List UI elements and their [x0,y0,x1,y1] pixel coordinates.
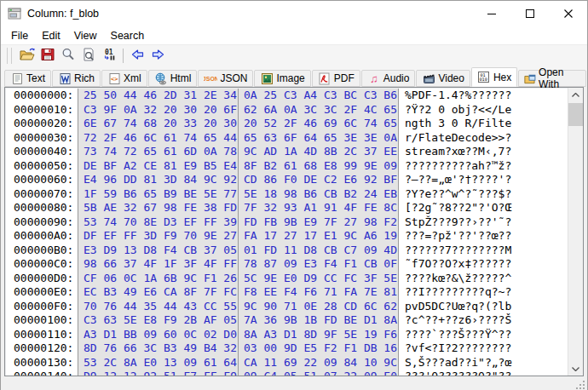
hex-row[interactable]: 00000000:25 50 44 46 2D 31 2E 340A 25 C3… [5,89,568,103]
tab-audio[interactable]: ♫Audio [361,70,416,87]
tab-xml[interactable]: <>Xml [101,70,147,87]
hex-bytes-cell: F8 EE F4 F6 71 FA 7E 81 [239,285,398,300]
tab-json[interactable]: JSONJSON [198,70,253,87]
hex-bytes-cell: 8F B2 61 68 E8 99 9E 09 [239,159,398,174]
toolbar-grip[interactable] [7,48,12,64]
close-button[interactable] [549,1,587,26]
forward-button[interactable] [147,47,168,66]
save-icon [41,48,55,65]
hex-bytes-cell: 98 66 37 4F 1F 3F 4F FF [78,257,238,272]
hex-row[interactable]: 000000C0:98 66 37 4F 1F 3F 4F FF78 87 09… [5,257,568,272]
hex-row[interactable]: 000000F0:70 76 44 35 44 43 CC 559C 90 71… [5,300,568,314]
hex-bytes-cell: 9C 90 71 0E 28 CD 6C 62 [239,300,398,314]
hex-bytes-cell: FD FB 9B E9 7F 27 98 F2 [239,215,398,230]
scrollbar-thumb[interactable] [568,103,583,126]
offset-cell: 00000100: [5,313,78,328]
menu-item-file[interactable]: File [4,28,35,43]
hex-bytes-cell: 09 C4 05 51 07 22 09 E0 [239,370,398,376]
hex-grid[interactable]: 00000000:25 50 44 46 2D 31 2E 340A 25 C3… [5,88,568,376]
hex-bytes-cell: 53 74 70 8E D3 EF FF 39 [78,215,238,230]
hex-bytes-cell: DE BF A2 CE 81 E9 B5 E4 [78,159,238,174]
offset-cell: 00000130: [5,356,78,370]
offset-cell: 00000030: [5,131,78,146]
menu-item-edit[interactable]: Edit [35,28,67,43]
open-button[interactable] [17,47,37,66]
back-button[interactable] [127,47,147,66]
find-in-document-button[interactable] [78,47,99,66]
hex-row[interactable]: 000000B0:E3 D9 13 D8 F4 CB 37 0501 FD 11… [5,244,568,258]
ascii-cell: [?2g˜?8??2"?'O?Œ [399,201,568,215]
hex-bytes-cell: 73 74 72 65 61 6D 0A 78 [78,145,238,159]
tab-text[interactable]: Text [4,70,51,87]
ascii-cell: %PDF-1.4?%?????? [399,89,568,103]
hex-bytes-cell: 72 2F 46 6C 61 74 65 44 [78,131,238,146]
hex-row[interactable]: 00000010:C3 9F 0A 32 20 30 20 6F62 6A 0A… [5,103,568,118]
offset-cell: 000000F0: [5,300,78,314]
save-button[interactable] [37,47,58,66]
tab-image[interactable]: Image [254,70,310,87]
hex-row[interactable]: 000000A0:DF EF FF 3D F9 70 9E 27FA 17 27… [5,229,568,244]
hex-bytes-cell: 78 87 09 E3 F4 F1 CB 0F [239,257,398,272]
tab-html[interactable]: Html [148,70,198,87]
offset-cell: 00000040: [5,145,78,159]
minimize-button[interactable] [472,1,510,26]
scroll-down-icon[interactable] [568,362,583,376]
search-button[interactable] [58,47,78,66]
hex-row[interactable]: 000000E0:EC B3 49 E6 CA 8F 7F FCF8 EE F4… [5,285,568,300]
tab-pdf[interactable]: PDF [312,70,360,87]
pdf-icon [318,72,331,85]
hex-row[interactable]: 00000070:1F 59 B6 65 B9 BE 5E 775E 18 98… [5,187,568,202]
tab-open-with[interactable]: Open With [518,70,586,87]
hex-row[interactable]: 00000110:A3 D1 BB 09 60 0C 02 D08A A3 D1… [5,328,568,342]
menu-item-view[interactable]: View [67,28,104,43]
hex-bytes-cell: 1F 59 B6 65 B9 BE 5E 77 [78,187,238,202]
open-icon [20,48,36,65]
ascii-cell: ??????7????????M [399,244,568,258]
hex-bytes-cell: E3 D9 13 D8 F4 CB 37 05 [78,244,238,258]
hex-row[interactable]: 00000050:DE BF A2 CE 81 E9 B5 E48F B2 61… [5,159,568,174]
hex-row[interactable]: 00000100:C3 63 5E E8 F9 2B AF 057A 36 9B… [5,313,568,328]
hex-bytes-cell: 65 63 6F 64 65 3E 3E 0A [239,131,398,146]
ascii-cell: ?vf<?I?2???????? [399,341,568,356]
scroll-up-icon[interactable] [568,88,583,101]
ascii-cell: ????`???Š???Ÿ^?? [399,328,568,342]
hex-row[interactable]: 00000030:72 2F 46 6C 61 74 65 4465 63 6F… [5,131,568,146]
tab-hex[interactable]: 01010Hex [471,67,517,87]
vertical-scrollbar[interactable] [568,88,583,376]
hex-row[interactable]: 00000020:6E 67 74 68 20 33 20 3020 52 2F… [5,117,568,131]
toolbar-separator [123,49,124,63]
tab-video[interactable]: Video [416,70,470,87]
offset-cell: 00000070: [5,187,78,202]
ascii-cell: ??I?????????q?~? [399,285,568,300]
offset-cell: 00000120: [5,341,78,356]
tab-label: Rich [74,72,95,84]
hex-bytes-cell: C3 9F 0A 32 20 30 20 6F [78,103,238,118]
audio-icon: ♫ [367,72,381,85]
hex-row[interactable]: 00000060:E4 96 DD 81 3D 84 9C 92CD 86 F0… [5,173,568,187]
hex-bytes-cell: D9 12 12 92 51 E7 FF F9 [78,370,238,376]
minimize-icon [487,6,496,21]
offset-cell: 00000020: [5,117,78,131]
svg-text:01: 01 [105,48,113,55]
tab-label: Text [26,72,45,84]
hex-row[interactable]: 00000090:53 74 70 8E D3 EF FF 39FD FB 9B… [5,215,568,230]
hex-row[interactable]: 00000120:8D 76 66 3C B3 49 B4 3203 00 9D… [5,341,568,356]
maximize-button[interactable] [510,1,549,26]
ascii-cell: stream?xœ??M‹,7? [399,145,568,159]
video-icon [422,72,435,85]
hex-row[interactable]: 00000130:53 2C 8A E0 13 09 61 64CA 11 69… [5,356,568,370]
hex-bytes-cell: E4 96 DD 81 3D 84 9C 92 [78,173,238,187]
goto-offset-button[interactable]: 01 [99,47,119,66]
hex-row[interactable]: 000000D0:CF 06 0C 1A 6B 9C F1 265C 9E E0… [5,272,568,286]
hex-row[interactable]: 00000040:73 74 72 65 61 6D 0A 789C AD 1A… [5,145,568,159]
hex-row[interactable]: 00000080:5B AE 32 67 98 FE 38 FD7F 32 93… [5,201,568,215]
hex-bytes-cell: CF 06 0C 1A 6B 9C F1 26 [78,272,238,286]
hex-row[interactable]: 00000140:D9 12 12 92 51 E7 FF F909 C4 05… [5,370,568,376]
offset-cell: 00000050: [5,159,78,174]
menu-item-search[interactable]: Search [104,28,152,43]
tab-rich[interactable]: Rich [52,70,101,87]
hex-bytes-cell: 03 00 9D E5 F2 F1 DB 16 [239,341,398,356]
blob-viewer-window: Column: f_blob FileEditViewSearch 01 Tex… [0,0,588,390]
resize-grip-icon[interactable] [575,378,585,388]
xml-icon: <> [107,72,121,85]
